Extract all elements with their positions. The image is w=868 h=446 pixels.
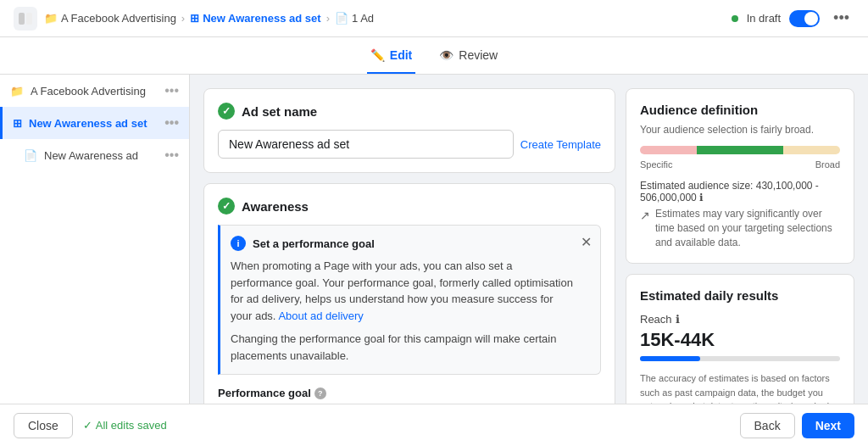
audience-spectrum-bar (640, 146, 840, 154)
reach-info-icon[interactable]: ℹ (676, 313, 680, 326)
audience-bar-labels: Specific Broad (640, 159, 840, 170)
about-ad-delivery-link[interactable]: About ad delivery (278, 309, 363, 322)
main-content: 📁 A Facebook Advertising ••• ⊞ New Aware… (0, 75, 868, 404)
doc-icon: 📄 (24, 149, 37, 162)
adset-name-card: ✓ Ad set name Create Template (203, 88, 615, 173)
nav-buttons: Back Next (740, 413, 854, 438)
status-indicator (732, 15, 738, 22)
daily-results-card: Estimated daily results Reach ℹ 15K-44K … (626, 274, 854, 404)
info-text-1: When promoting a Page with your ads, you… (231, 258, 573, 324)
sidebar-item-more-adset[interactable]: ••• (164, 115, 179, 131)
svg-rect-0 (19, 13, 25, 25)
tab-edit[interactable]: ✏️ Edit (367, 38, 415, 74)
edit-icon: ✏️ (370, 48, 385, 62)
saved-check-icon: ✓ (83, 419, 92, 432)
left-panel: ✓ Ad set name Create Template ✓ Awarenes… (203, 88, 615, 390)
right-panel: Audience definition Your audience select… (626, 88, 854, 390)
audience-size-text: Estimated audience size: 430,100,000 - 5… (640, 180, 840, 203)
grid-icon: ⊞ (13, 117, 22, 130)
bar-broad (783, 146, 840, 154)
adset-name-row: Create Template (218, 130, 601, 159)
check-icon: ✓ (218, 103, 235, 120)
bottom-bar: Close ✓ All edits saved Back Next (0, 404, 868, 446)
adset-name-title: ✓ Ad set name (218, 103, 601, 120)
create-template-link[interactable]: Create Template (520, 138, 601, 151)
info-icon: i (231, 236, 246, 251)
audience-size-info-icon[interactable]: ℹ (699, 192, 704, 203)
adset-name-input[interactable] (218, 130, 514, 159)
breadcrumb: 📁 A Facebook Advertising › ⊞ New Awarene… (44, 12, 725, 25)
saved-status: ✓ All edits saved (83, 419, 730, 432)
content-area: ✓ Ad set name Create Template ✓ Awarenes… (190, 75, 868, 404)
grid-icon: ⊞ (190, 12, 199, 25)
sidebar-item-ad[interactable]: 📄 New Awareness ad ••• (0, 139, 189, 171)
trend-icon: ↗ (640, 208, 650, 225)
tab-review[interactable]: 👁️ Review (436, 38, 501, 74)
doc-icon: 📄 (335, 12, 348, 25)
awareness-card: ✓ Awareness i Set a performance goal ✕ W… (203, 183, 615, 404)
eye-icon: 👁️ (439, 48, 453, 62)
more-options-button[interactable]: ••• (828, 6, 854, 31)
topbar: 📁 A Facebook Advertising › ⊞ New Awarene… (0, 0, 868, 37)
sidebar-item-more-campaign[interactable]: ••• (164, 83, 179, 98)
daily-results-title: Estimated daily results (640, 288, 840, 303)
sidebar-item-more-ad[interactable]: ••• (164, 148, 179, 163)
topbar-right: In draft ••• (732, 6, 854, 31)
breadcrumb-ad[interactable]: 📄 1 Ad (335, 12, 374, 25)
info-box-header: i Set a performance goal (231, 236, 573, 251)
performance-goal-label: Performance goal ? (218, 387, 601, 399)
sidebar-item-campaign[interactable]: 📁 A Facebook Advertising ••• (0, 75, 189, 107)
svg-rect-1 (26, 13, 32, 25)
reach-value: 15K-44K (640, 329, 840, 351)
bar-specific (640, 146, 697, 154)
daily-note: The accuracy of estimates is based on fa… (640, 371, 840, 404)
breadcrumb-adset[interactable]: ⊞ New Awareness ad set (190, 12, 320, 25)
folder-icon: 📁 (44, 12, 58, 25)
draft-toggle[interactable] (789, 10, 820, 27)
audience-description: Your audience selection is fairly broad. (640, 124, 840, 136)
awareness-check-icon: ✓ (218, 198, 235, 215)
performance-goal-help-icon[interactable]: ? (314, 387, 326, 399)
bar-middle (697, 146, 782, 154)
sidebar-item-adset[interactable]: ⊞ New Awareness ad set ••• (0, 107, 189, 139)
info-text-2: Changing the performance goal for this c… (231, 331, 573, 364)
audience-note: ↗ Estimates may vary significantly over … (640, 207, 840, 249)
next-button[interactable]: Next (802, 413, 854, 438)
audience-definition-title: Audience definition (640, 103, 840, 117)
reach-bar-fill (640, 356, 700, 361)
performance-goal-info: i Set a performance goal ✕ When promotin… (218, 225, 601, 375)
breadcrumb-campaign[interactable]: 📁 A Facebook Advertising (44, 12, 176, 25)
info-close-button[interactable]: ✕ (581, 234, 592, 250)
back-button[interactable]: Back (740, 413, 795, 438)
breadcrumb-sep-1: › (181, 12, 185, 25)
tabbar: ✏️ Edit 👁️ Review (0, 37, 868, 75)
awareness-title: ✓ Awareness (218, 198, 601, 215)
reach-bar (640, 356, 840, 361)
folder-icon: 📁 (10, 85, 24, 98)
sidebar: 📁 A Facebook Advertising ••• ⊞ New Aware… (0, 75, 190, 404)
status-label: In draft (747, 12, 781, 25)
breadcrumb-sep-2: › (326, 12, 330, 25)
reach-label: Reach ℹ (640, 313, 840, 326)
sidebar-toggle[interactable] (14, 7, 37, 31)
close-button[interactable]: Close (14, 413, 73, 438)
audience-definition-card: Audience definition Your audience select… (626, 88, 854, 264)
